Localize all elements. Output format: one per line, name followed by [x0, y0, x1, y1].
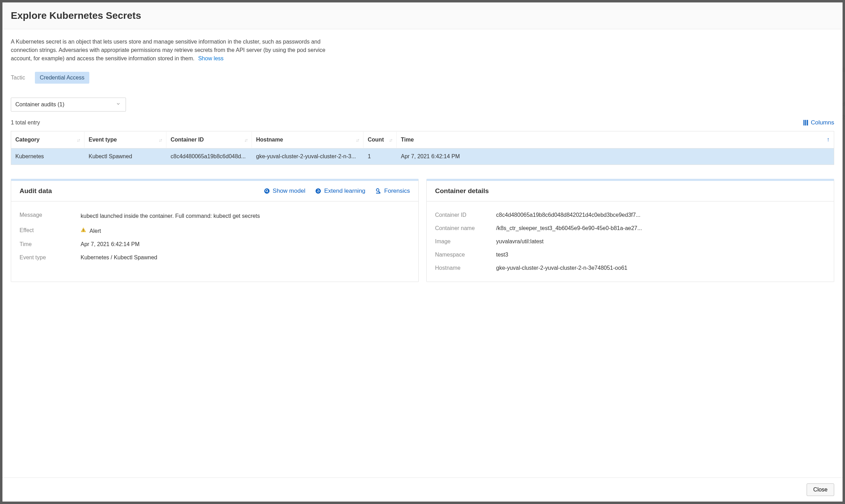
th-category-label: Category [15, 137, 39, 143]
sort-icon: ↓↑ [159, 137, 162, 143]
audit-data-panel: Audit data Show model [11, 179, 419, 282]
kv-time: Time Apr 7, 2021 6:42:14 PM [20, 238, 410, 251]
details-panels: Audit data Show model [11, 179, 834, 285]
kv-effect: Effect Alert [20, 224, 410, 238]
th-event-type[interactable]: Event type ↓↑ [84, 132, 166, 148]
kv-hostname: Hostname gke-yuval-cluster-2-yuval-clust… [435, 261, 825, 275]
th-category[interactable]: Category ↓↑ [11, 132, 84, 148]
audit-table: Category ↓↑ Event type ↓↑ Container ID ↓… [11, 131, 834, 165]
kv-event-type: Event type Kubernetes / Kubectl Spawned [20, 251, 410, 264]
total-entries-text: 1 total entry [11, 120, 40, 126]
event-type-label: Event type [20, 254, 81, 261]
namespace-value: test3 [496, 252, 825, 258]
sort-icon: ↓↑ [356, 137, 359, 143]
kv-container-name: Container name /k8s_ctr_sleeper_test3_4b… [435, 222, 825, 235]
columns-button[interactable]: Columns [803, 119, 834, 126]
td-category: Kubernetes [11, 148, 84, 165]
chevron-down-icon [116, 101, 121, 108]
tactic-label: Tactic [11, 75, 25, 81]
time-label: Time [20, 241, 81, 247]
container-audits-dropdown[interactable]: Container audits (1) [11, 98, 126, 112]
image-label: Image [435, 238, 496, 245]
container-name-value: /k8s_ctr_sleeper_test3_4b6045e9-6e90-45e… [496, 225, 825, 231]
effect-text: Alert [90, 228, 101, 234]
th-count[interactable]: Count ↓↑ [364, 132, 397, 148]
close-button[interactable]: Close [807, 483, 834, 496]
kv-namespace: Namespace test3 [435, 248, 825, 261]
hostname-label: Hostname [435, 265, 496, 271]
th-time[interactable]: Time ↑ [397, 131, 834, 148]
container-name-label: Container name [435, 225, 496, 231]
columns-button-label: Columns [811, 119, 834, 126]
th-container-id[interactable]: Container ID ↓↑ [166, 132, 252, 148]
tactic-badge[interactable]: Credential Access [35, 72, 89, 84]
td-count: 1 [364, 148, 397, 165]
time-value: Apr 7, 2021 6:42:14 PM [81, 241, 410, 247]
container-id-value: c8c4d480065a19b8c6d048d842021d4c0ebd3bce… [496, 212, 825, 218]
svg-point-8 [83, 231, 84, 232]
hostname-value: gke-yuval-cluster-2-yuval-cluster-2-n-3e… [496, 265, 825, 271]
svg-point-3 [316, 189, 321, 194]
container-details-panel: Container details Container ID c8c4d4800… [426, 179, 834, 282]
audit-panel-header: Audit data Show model [11, 181, 418, 201]
kv-message: Message kubectl launched inside the cont… [20, 208, 410, 224]
forensics-icon [375, 188, 381, 194]
modal-title: Explore Kubernetes Secrets [11, 10, 834, 21]
description-content: A Kubernetes secret is an object that le… [11, 39, 326, 61]
table-header-row: Category ↓↑ Event type ↓↑ Container ID ↓… [11, 131, 834, 148]
description-text: A Kubernetes secret is an object that le… [11, 38, 332, 63]
svg-point-0 [264, 189, 269, 194]
message-value: kubectl launched inside the container. F… [81, 212, 410, 220]
refresh-icon [315, 188, 321, 194]
table-row[interactable]: Kubernetes Kubectl Spawned c8c4d480065a1… [11, 148, 834, 165]
td-hostname: gke-yuval-cluster-2-yuval-cluster-2-n-3.… [252, 148, 364, 165]
svg-point-4 [376, 189, 379, 191]
table-toolbar: 1 total entry Columns [11, 119, 834, 126]
th-event-type-label: Event type [89, 137, 117, 143]
message-label: Message [20, 212, 81, 218]
forensics-label: Forensics [384, 188, 410, 194]
namespace-label: Namespace [435, 252, 496, 258]
show-less-link[interactable]: Show less [198, 55, 224, 61]
audit-panel-body: Message kubectl launched inside the cont… [11, 201, 418, 271]
container-panel-body: Container ID c8c4d480065a19b8c6d048d8420… [427, 201, 834, 282]
modal-header: Explore Kubernetes Secrets [2, 2, 843, 29]
th-hostname[interactable]: Hostname ↓↑ [252, 132, 364, 148]
th-time-label: Time [401, 137, 414, 143]
audit-panel-actions: Show model Extend learning [264, 188, 410, 194]
td-event-type: Kubectl Spawned [84, 148, 166, 165]
extend-learning-label: Extend learning [324, 188, 365, 194]
dropdown-label: Container audits (1) [15, 101, 65, 107]
effect-value: Alert [81, 227, 410, 234]
th-hostname-label: Hostname [256, 137, 283, 143]
extend-learning-button[interactable]: Extend learning [315, 188, 365, 194]
td-container-id: c8c4d480065a19b8c6d048d... [166, 148, 252, 165]
sort-icon: ↓↑ [244, 137, 247, 143]
th-count-label: Count [368, 137, 384, 143]
sort-asc-icon: ↑ [827, 136, 830, 143]
sort-icon: ↓↑ [77, 137, 80, 143]
forensics-button[interactable]: Forensics [375, 188, 410, 194]
tactic-row: Tactic Credential Access [11, 72, 834, 84]
container-id-label: Container ID [435, 212, 496, 218]
effect-label: Effect [20, 227, 81, 234]
audit-panel-title: Audit data [20, 187, 52, 195]
bg-hint: fi [842, 67, 845, 73]
kv-container-id: Container ID c8c4d480065a19b8c6d048d8420… [435, 208, 825, 222]
modal-footer: Close [2, 478, 843, 502]
modal-body[interactable]: A Kubernetes secret is an object that le… [2, 29, 843, 478]
kv-image: Image yuvalavra/util:latest [435, 235, 825, 248]
filter-row: Container audits (1) [11, 98, 834, 112]
th-container-id-label: Container ID [171, 137, 204, 143]
search-icon [264, 188, 270, 194]
container-panel-title: Container details [435, 187, 489, 195]
columns-icon [803, 120, 808, 125]
show-model-button[interactable]: Show model [264, 188, 306, 194]
warning-icon [81, 227, 86, 234]
show-model-label: Show model [273, 188, 306, 194]
sort-icon: ↓↑ [389, 137, 392, 143]
container-panel-header: Container details [427, 181, 834, 201]
image-value: yuvalavra/util:latest [496, 238, 825, 245]
modal-dialog: Explore Kubernetes Secrets A Kubernetes … [2, 2, 843, 502]
td-time: Apr 7, 2021 6:42:14 PM [397, 148, 834, 165]
